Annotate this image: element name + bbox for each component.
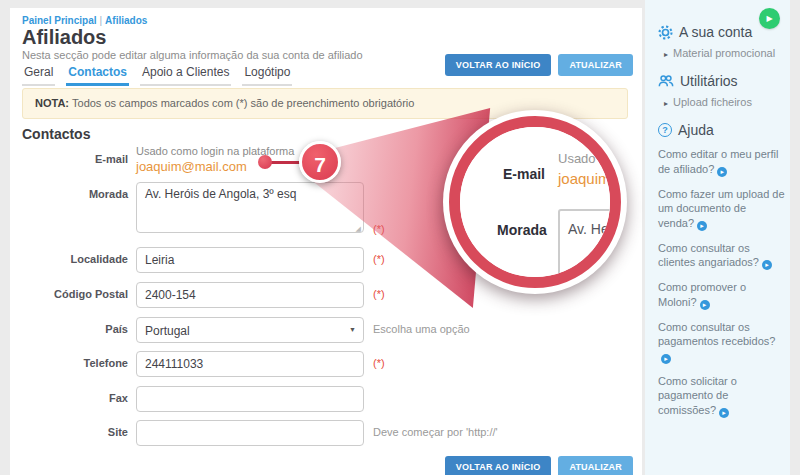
fax-input[interactable] bbox=[136, 386, 364, 412]
localidade-row: Localidade (*) bbox=[10, 247, 385, 273]
sidebar-item-material-promocional[interactable]: ▸ Material promocional bbox=[664, 47, 780, 59]
pais-select[interactable]: Portugal ▼ bbox=[136, 317, 364, 343]
codigo-postal-input[interactable] bbox=[136, 282, 364, 308]
morada-textarea[interactable]: Av. Heróis de Angola, 3º esq bbox=[136, 182, 364, 233]
sidebar-section-help: ? Ajuda bbox=[658, 122, 780, 138]
magnified-email-value: joaquim@mail.com bbox=[558, 170, 610, 187]
help-link-view-clients[interactable]: Como consultar os clientes angariados?▸ bbox=[658, 241, 785, 271]
email-label: E-mail bbox=[10, 144, 136, 165]
telefone-label: Telefone bbox=[10, 351, 136, 369]
required-mark: (*) bbox=[373, 217, 385, 237]
video-play-button[interactable]: ▶ bbox=[759, 8, 780, 29]
callout-dot bbox=[258, 155, 272, 169]
required-mark: (*) bbox=[373, 247, 385, 265]
page-title: Afiliados bbox=[22, 26, 106, 49]
fax-label: Fax bbox=[10, 386, 136, 404]
sidebar-title-help: Ajuda bbox=[678, 122, 714, 138]
pais-selected-value: Portugal bbox=[145, 324, 190, 338]
pais-row: País Portugal ▼ Escolha uma opção bbox=[10, 317, 470, 343]
breadcrumb-separator: | bbox=[99, 15, 102, 26]
magnifier-circle: Usado como login na plataforma E-mail jo… bbox=[443, 110, 627, 294]
chevron-down-icon: ▼ bbox=[349, 326, 356, 333]
site-row: Site Deve começar por 'http://' bbox=[10, 420, 498, 446]
help-link-label: Como fazer um upload de um documento de … bbox=[658, 188, 785, 229]
users-icon bbox=[658, 74, 674, 88]
arrow-right-icon: ▸ bbox=[661, 354, 671, 364]
step-badge: 7 bbox=[299, 141, 341, 183]
section-title-contactos: Contactos bbox=[22, 126, 90, 142]
triangle-bullet-icon: ▸ bbox=[664, 50, 668, 59]
sidebar-item-upload-ficheiros[interactable]: ▸ Upload ficheiros bbox=[664, 96, 780, 108]
required-mark: (*) bbox=[373, 282, 385, 300]
magnified-morada-label: Morada bbox=[497, 222, 547, 238]
update-button-top[interactable]: ATUALIZAR bbox=[558, 54, 633, 76]
email-row: E-mail Usado como login na plataforma jo… bbox=[10, 144, 294, 174]
question-icon: ? bbox=[658, 123, 672, 137]
arrow-right-icon: ▸ bbox=[717, 167, 727, 177]
sidebar-title-utilities: Utilitários bbox=[680, 73, 738, 89]
arrow-right-icon: ▸ bbox=[697, 221, 707, 231]
note-prefix: NOTA: bbox=[35, 97, 69, 109]
arrow-right-icon: ▸ bbox=[762, 260, 772, 270]
pais-label: País bbox=[10, 317, 136, 335]
codigo-postal-label: Código Postal bbox=[10, 282, 136, 300]
tab-bar: Geral Contactos Apoio a Clientes Logótip… bbox=[22, 62, 292, 86]
back-button-bottom[interactable]: VOLTAR AO INÍCIO bbox=[445, 456, 552, 475]
help-link-label: Como consultar os pagamentos recebidos? bbox=[658, 321, 775, 348]
sidebar-link-label: Upload ficheiros bbox=[673, 96, 752, 108]
help-link-edit-profile[interactable]: Como editar o meu perfil de afiliado?▸ bbox=[658, 147, 785, 177]
page-subtitle: Nesta secção pode editar alguma informaç… bbox=[22, 49, 363, 61]
fax-row: Fax bbox=[10, 386, 364, 412]
back-button-top[interactable]: VOLTAR AO INÍCIO bbox=[445, 54, 552, 76]
tab-geral[interactable]: Geral bbox=[22, 62, 55, 86]
breadcrumb-home-link[interactable]: Painel Principal bbox=[22, 15, 96, 26]
triangle-bullet-icon: ▸ bbox=[664, 99, 668, 108]
tab-logotipo[interactable]: Logótipo bbox=[242, 62, 292, 86]
sidebar-title-account: A sua conta bbox=[679, 24, 752, 40]
required-mark: (*) bbox=[373, 351, 385, 369]
breadcrumb-current-link[interactable]: Afiliados bbox=[105, 15, 147, 26]
tab-contactos[interactable]: Contactos bbox=[66, 62, 129, 86]
localidade-input[interactable] bbox=[136, 247, 364, 273]
email-helper: Usado como login na plataforma bbox=[136, 145, 294, 157]
site-input[interactable] bbox=[136, 420, 364, 446]
help-link-promote-moloni[interactable]: Como promover o Moloni?▸ bbox=[658, 280, 785, 310]
help-link-request-commissions[interactable]: Como solicitar o pagamento de comissões?… bbox=[658, 374, 785, 418]
site-label: Site bbox=[10, 420, 136, 438]
pais-helper: Escolha uma opção bbox=[373, 317, 470, 335]
arrow-right-icon: ▸ bbox=[700, 300, 710, 310]
help-link-list: Como editar o meu perfil de afiliado?▸ C… bbox=[658, 147, 780, 418]
arrow-right-icon: ▸ bbox=[719, 408, 729, 418]
magnified-email-label: E-mail bbox=[503, 166, 545, 182]
telefone-input[interactable] bbox=[136, 351, 364, 377]
update-button-bottom[interactable]: ATUALIZAR bbox=[558, 456, 633, 475]
sidebar-section-utilities: Utilitários bbox=[658, 73, 780, 89]
note-text: Todos os campos marcados com (*) são de … bbox=[72, 97, 414, 109]
codigo-postal-row: Código Postal (*) bbox=[10, 282, 385, 308]
help-link-upload-document[interactable]: Como fazer um upload de um documento de … bbox=[658, 187, 785, 231]
gear-icon bbox=[658, 25, 673, 40]
help-link-view-payments[interactable]: Como consultar os pagamentos recebidos?▸ bbox=[658, 320, 785, 364]
morada-row: Morada Av. Heróis de Angola, 3º esq (*) bbox=[10, 182, 385, 237]
tab-apoio-clientes[interactable]: Apoio a Clientes bbox=[140, 62, 231, 86]
play-icon: ▶ bbox=[766, 14, 772, 23]
localidade-label: Localidade bbox=[10, 247, 136, 265]
sidebar-link-label: Material promocional bbox=[673, 47, 775, 59]
help-sidebar: ▶ A sua conta ▸ Material promocional Uti… bbox=[645, 0, 790, 475]
telefone-row: Telefone (*) bbox=[10, 351, 385, 377]
site-helper: Deve começar por 'http://' bbox=[373, 420, 498, 438]
help-link-label: Como consultar os clientes angariados? bbox=[658, 242, 759, 269]
breadcrumb: Painel Principal|Afiliados bbox=[22, 15, 147, 26]
top-action-buttons: VOLTAR AO INÍCIO ATUALIZAR bbox=[445, 54, 633, 76]
magnifier-content: Usado como login na plataforma E-mail jo… bbox=[460, 127, 610, 277]
bottom-action-buttons: VOLTAR AO INÍCIO ATUALIZAR bbox=[445, 456, 633, 475]
morada-label: Morada bbox=[10, 182, 136, 200]
